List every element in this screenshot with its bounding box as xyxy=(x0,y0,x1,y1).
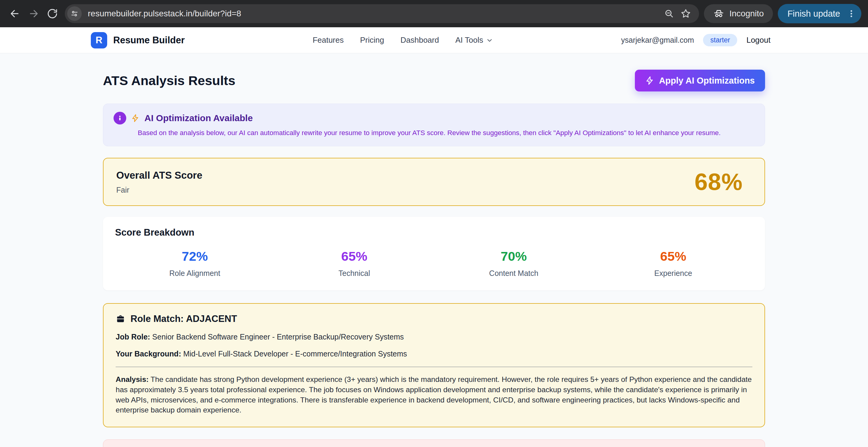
page-body: ATS Analysis Results Apply AI Optimizati… xyxy=(0,53,868,447)
job-role-line: Job Role: Senior Backend Software Engine… xyxy=(116,332,752,341)
apply-ai-optimizations-button[interactable]: Apply AI Optimizations xyxy=(635,70,765,91)
role-match-title: Role Match: ADJACENT xyxy=(130,314,237,324)
stat-label: Content Match xyxy=(434,269,594,278)
info-icon xyxy=(114,112,126,124)
reload-button[interactable] xyxy=(43,4,62,23)
divider xyxy=(116,367,752,367)
finish-update-label: Finish update xyxy=(787,9,840,19)
overall-score-rating: Fair xyxy=(116,186,202,195)
zoom-icon[interactable] xyxy=(664,8,674,19)
stat-experience: 65% Experience xyxy=(593,249,753,278)
app-header: R Resume Builder Features Pricing Dashbo… xyxy=(0,27,868,53)
overall-score-value: 68% xyxy=(694,168,752,196)
briefcase-icon xyxy=(116,314,125,324)
background-line: Your Background: Mid-Level Full-Stack De… xyxy=(116,350,752,358)
finish-update-button[interactable]: Finish update xyxy=(778,4,861,23)
overall-score-title: Overall ATS Score xyxy=(116,170,202,181)
reload-icon xyxy=(47,8,58,19)
technical-issues-card: Technical ATS Issues Name formatting iss… xyxy=(103,440,765,447)
chevron-down-icon xyxy=(486,37,493,44)
page-title: ATS Analysis Results xyxy=(103,73,235,88)
app-logo: R xyxy=(91,32,107,49)
bookmark-star-icon[interactable] xyxy=(680,8,691,19)
overall-score-card: Overall ATS Score Fair 68% xyxy=(103,158,765,206)
banner-body: Based on the analysis below, our AI can … xyxy=(138,129,754,137)
lightning-icon xyxy=(131,114,140,122)
browser-toolbar: resumebuilder.pulsestack.in/builder?id=8… xyxy=(0,0,868,27)
back-arrow-icon xyxy=(9,8,20,19)
main-nav: Features Pricing Dashboard AI Tools xyxy=(313,35,493,45)
stat-value: 65% xyxy=(593,249,753,264)
brand-name: Resume Builder xyxy=(113,35,185,46)
stat-role-alignment: 72% Role Alignment xyxy=(115,249,275,278)
ai-optimization-banner: AI Optimization Available Based on the a… xyxy=(103,103,765,146)
nav-features[interactable]: Features xyxy=(313,35,344,45)
kebab-menu-icon xyxy=(847,9,856,18)
role-match-card: Role Match: ADJACENT Job Role: Senior Ba… xyxy=(103,303,765,427)
stat-value: 70% xyxy=(434,249,594,264)
logout-button[interactable]: Logout xyxy=(746,35,771,45)
stat-value: 72% xyxy=(115,249,275,264)
user-area: ysarjekar@gmail.com starter Logout xyxy=(621,34,771,46)
analysis-paragraph: Analysis: The candidate has strong Pytho… xyxy=(116,374,752,415)
brand[interactable]: R Resume Builder xyxy=(91,32,185,49)
stat-content-match: 70% Content Match xyxy=(434,249,594,278)
url-text[interactable]: resumebuilder.pulsestack.in/builder?id=8 xyxy=(88,9,658,19)
forward-arrow-icon xyxy=(28,8,39,19)
plan-badge: starter xyxy=(703,34,737,46)
nav-ai-tools[interactable]: AI Tools xyxy=(455,35,493,45)
incognito-icon xyxy=(713,8,724,19)
stat-label: Experience xyxy=(593,269,753,278)
score-breakdown-card: Score Breakdown 72% Role Alignment 65% T… xyxy=(103,217,765,291)
stat-label: Technical xyxy=(275,269,434,278)
incognito-label: Incognito xyxy=(729,9,764,19)
nav-pricing[interactable]: Pricing xyxy=(360,35,384,45)
bolt-icon xyxy=(645,76,654,85)
forward-button[interactable] xyxy=(24,4,43,23)
address-bar[interactable]: resumebuilder.pulsestack.in/builder?id=8 xyxy=(65,4,699,23)
stat-value: 65% xyxy=(275,249,434,264)
nav-dashboard[interactable]: Dashboard xyxy=(401,35,439,45)
score-breakdown-title: Score Breakdown xyxy=(115,227,753,238)
stat-label: Role Alignment xyxy=(115,269,275,278)
stat-technical: 65% Technical xyxy=(275,249,434,278)
back-button[interactable] xyxy=(5,4,24,23)
incognito-badge: Incognito xyxy=(704,4,773,23)
user-email: ysarjekar@gmail.com xyxy=(621,36,694,44)
banner-title: AI Optimization Available xyxy=(145,113,253,123)
site-settings-icon[interactable] xyxy=(67,6,82,21)
